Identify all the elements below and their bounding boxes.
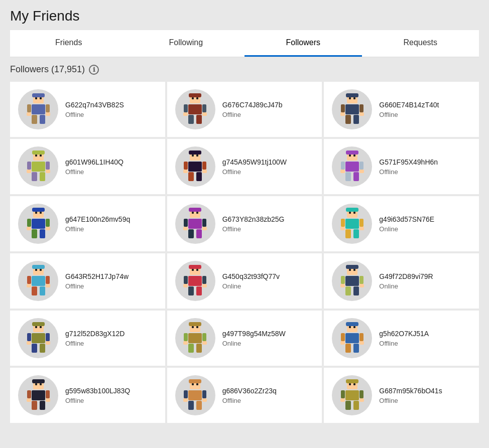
svg-rect-153: [202, 341, 207, 345]
svg-rect-46: [188, 162, 202, 172]
tab-following[interactable]: Following: [128, 30, 245, 57]
user-card[interactable]: G450q32t93fQ77vOnline: [167, 253, 322, 309]
avatar: [332, 375, 372, 415]
user-name: G673Y82n38zb25G: [222, 215, 285, 223]
tab-requests[interactable]: Requests: [362, 30, 479, 57]
svg-rect-168: [27, 390, 31, 398]
svg-rect-175: [46, 398, 50, 402]
user-card[interactable]: g647E100n26mv59qOffline: [10, 196, 165, 251]
svg-rect-191: [359, 390, 363, 398]
user-card[interactable]: G49f72D89vi79ROnline: [324, 253, 479, 309]
svg-rect-186: [202, 398, 207, 402]
user-card[interactable]: G643R52H17Jp74wOffline: [10, 253, 165, 309]
svg-rect-9: [27, 112, 31, 116]
svg-rect-123: [345, 276, 359, 286]
svg-rect-125: [359, 276, 363, 284]
page-title: My Friends: [10, 8, 479, 24]
svg-rect-126: [345, 286, 351, 295]
svg-rect-107: [40, 269, 42, 271]
svg-rect-63: [353, 155, 355, 157]
tab-followers[interactable]: Followers: [244, 30, 362, 57]
svg-rect-160: [353, 344, 359, 353]
svg-rect-170: [32, 401, 37, 410]
svg-rect-172: [35, 383, 37, 385]
user-info: g686V36o2Zr23qOffline: [222, 387, 277, 404]
svg-rect-48: [202, 162, 206, 170]
user-info: g497T98g54Mz58WOnline: [222, 330, 286, 347]
user-card[interactable]: g5h62O7KJ51AOffline: [324, 311, 479, 366]
svg-rect-120: [202, 284, 207, 287]
user-status: Offline: [222, 225, 285, 233]
user-card[interactable]: g745A95W91tj100WOffline: [167, 139, 322, 194]
svg-rect-71: [32, 229, 37, 238]
svg-rect-49: [188, 172, 194, 181]
user-card[interactable]: G660E74B14zT40tOffline: [324, 82, 479, 137]
user-status: Offline: [65, 282, 129, 290]
tab-friends[interactable]: Friends: [10, 30, 128, 57]
svg-rect-34: [32, 151, 45, 155]
svg-rect-177: [189, 379, 201, 383]
svg-rect-2: [32, 104, 45, 114]
svg-rect-182: [196, 401, 202, 410]
user-card[interactable]: G622q7n43VB82SOffline: [10, 82, 165, 137]
info-icon[interactable]: ℹ: [89, 65, 99, 75]
avatar: [332, 318, 372, 358]
svg-rect-103: [46, 276, 50, 284]
user-card[interactable]: g49i63d57SN76EOnline: [324, 196, 479, 251]
svg-rect-173: [40, 383, 42, 385]
svg-rect-122: [346, 265, 358, 269]
svg-rect-37: [46, 162, 50, 170]
svg-rect-190: [341, 390, 345, 398]
user-info: G687m95k76bO41sOffline: [379, 387, 442, 404]
user-info: g601W96L1IH40QOffline: [65, 158, 124, 176]
user-card[interactable]: G687m95k76bO41sOffline: [324, 368, 479, 423]
user-info: G571F95X49hH6nOffline: [379, 158, 438, 176]
user-card[interactable]: g497T98g54Mz58WOnline: [167, 311, 322, 366]
user-card[interactable]: g601W96L1IH40QOffline: [10, 139, 165, 194]
svg-rect-17: [196, 115, 202, 124]
svg-rect-192: [345, 401, 351, 410]
svg-rect-13: [188, 104, 202, 114]
svg-rect-151: [196, 326, 198, 328]
svg-rect-145: [188, 333, 202, 343]
svg-rect-76: [46, 227, 50, 230]
svg-rect-178: [188, 390, 202, 400]
user-card[interactable]: G673Y82n38zb25GOffline: [167, 196, 322, 251]
svg-rect-80: [184, 219, 188, 227]
user-info: G673Y82n38zb25GOffline: [222, 215, 285, 233]
avatar: [18, 89, 58, 129]
user-card[interactable]: G571F95X49hH6nOffline: [324, 139, 479, 194]
svg-rect-23: [346, 93, 358, 97]
svg-rect-133: [32, 322, 45, 326]
avatar: [18, 146, 58, 187]
user-name: g745A95W91tj100W: [222, 158, 287, 166]
user-card[interactable]: G676C74J89cJ47bOffline: [167, 82, 322, 137]
svg-rect-12: [189, 93, 201, 97]
svg-rect-105: [40, 286, 45, 295]
user-card[interactable]: g686V36o2Zr23qOffline: [167, 368, 322, 423]
svg-rect-188: [346, 379, 358, 383]
user-card[interactable]: g712l52D83gX12DOffline: [10, 311, 165, 366]
svg-rect-41: [40, 155, 42, 157]
svg-rect-45: [189, 151, 201, 155]
svg-rect-27: [345, 115, 351, 124]
svg-rect-109: [46, 284, 50, 287]
svg-rect-4: [46, 104, 50, 112]
avatar: [18, 375, 58, 415]
svg-rect-183: [192, 383, 194, 385]
svg-rect-15: [202, 104, 206, 112]
section-title-text: Followers (17,951): [10, 64, 85, 75]
user-info: g595w83b100LJ83QOffline: [65, 387, 130, 404]
avatar: [175, 146, 215, 187]
avatar: [175, 375, 215, 415]
avatar: [18, 261, 58, 301]
svg-rect-35: [32, 162, 45, 172]
content-area: Followers (17,951) ℹ G622q7n43VB82SOffli…: [0, 57, 489, 430]
svg-rect-196: [340, 398, 345, 402]
svg-rect-32: [359, 112, 364, 116]
svg-rect-53: [183, 170, 188, 173]
user-status: Offline: [222, 111, 283, 118]
user-card[interactable]: g595w83b100LJ83QOffline: [10, 368, 165, 423]
users-grid: G622q7n43VB82SOffline G676C74J89cJ47bOff…: [10, 82, 479, 423]
svg-rect-150: [192, 326, 194, 328]
